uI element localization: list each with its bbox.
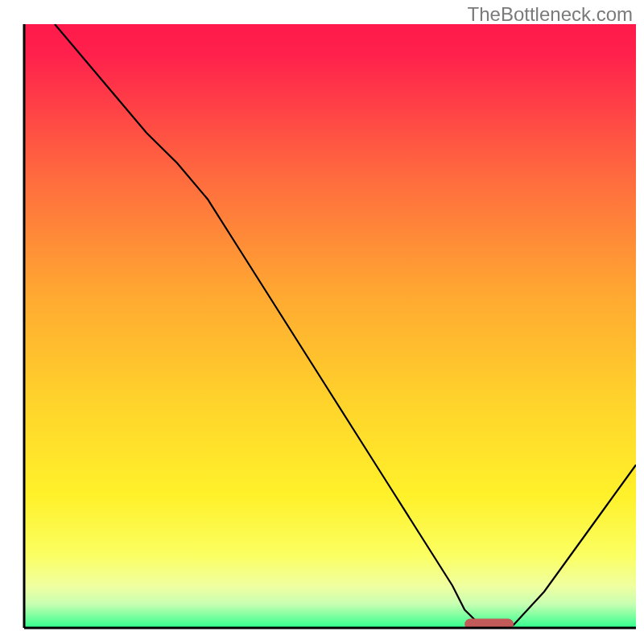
gradient-background [24, 24, 636, 628]
watermark-text: TheBottleneck.com [468, 3, 633, 26]
chart-container: TheBottleneck.com [0, 0, 644, 644]
bottleneck-chart [0, 0, 644, 644]
